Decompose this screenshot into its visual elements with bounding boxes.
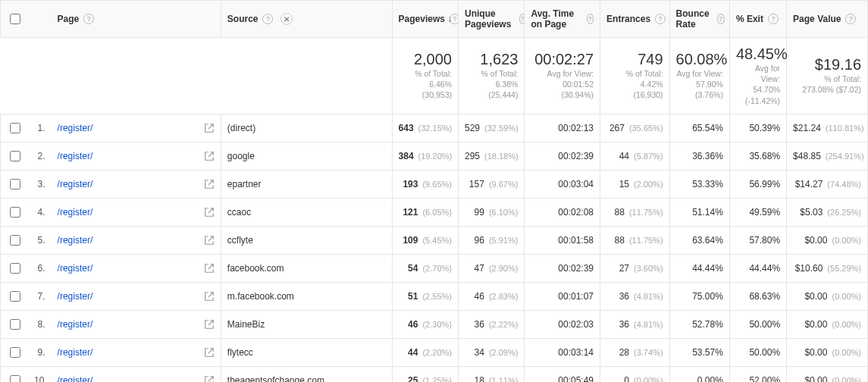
bounce-cell: 52.78% (669, 310, 729, 338)
value-cell: $48.85(254.91%) (787, 142, 868, 170)
table-row: 1./register/(direct)643(32.15%)529(32.59… (1, 114, 868, 142)
table-row: 2./register/google384(19.20%)295(18.18%)… (1, 142, 868, 170)
pageviews-cell: 54(2.70%) (392, 254, 458, 282)
avgtime-cell: 00:02:08 (525, 198, 600, 226)
source-cell: google (221, 142, 392, 170)
summary-avgtime: 00:02:27 Avg for View: 00:01:52 (30.94%) (525, 38, 600, 114)
page-cell: /register/ (52, 338, 221, 366)
row-checkbox[interactable] (10, 207, 20, 218)
page-link[interactable]: /register/ (58, 151, 93, 161)
open-external-icon[interactable] (204, 123, 215, 133)
page-cell: /register/ (52, 282, 221, 310)
page-cell: /register/ (52, 310, 221, 338)
select-all-header[interactable] (1, 1, 29, 38)
unique-cell: 295(18.18%) (458, 142, 524, 170)
report-table: Page ? Source ? ✕ Pageviews ? ↓ Unique P… (0, 0, 868, 382)
source-header[interactable]: Source ? ✕ (221, 1, 392, 38)
pageviews-cell: 44(2.20%) (392, 338, 458, 366)
help-icon[interactable]: ? (83, 14, 94, 24)
open-external-icon[interactable] (204, 375, 215, 382)
row-checkbox[interactable] (10, 263, 20, 274)
page-link[interactable]: /register/ (58, 263, 93, 274)
report-table-container: Page ? Source ? ✕ Pageviews ? ↓ Unique P… (0, 0, 868, 382)
row-index: 6. (28, 254, 52, 282)
open-external-icon[interactable] (204, 347, 215, 358)
page-cell: /register/ (52, 254, 221, 282)
pageviews-header[interactable]: Pageviews ? ↓ (392, 1, 458, 38)
row-checkbox[interactable] (10, 123, 20, 133)
page-link[interactable]: /register/ (58, 235, 93, 246)
page-link[interactable]: /register/ (58, 179, 93, 189)
row-checkbox[interactable] (10, 375, 20, 382)
remove-dimension-icon[interactable]: ✕ (280, 13, 293, 25)
open-external-icon[interactable] (204, 291, 215, 302)
row-index: 5. (28, 226, 52, 254)
open-external-icon[interactable] (204, 263, 215, 274)
unique-cell: 157(9.67%) (458, 170, 524, 198)
avgtime-cell: 00:02:39 (525, 142, 600, 170)
source-cell: MaineBiz (221, 310, 392, 338)
page-value-header[interactable]: Page Value ? (787, 1, 868, 38)
value-cell: $0.00(0.00%) (787, 282, 868, 310)
index-header (28, 1, 52, 38)
help-icon[interactable]: ? (655, 14, 666, 24)
pageviews-cell: 46(2.30%) (392, 310, 458, 338)
pageviews-cell: 121(6.05%) (392, 198, 458, 226)
pageviews-cell: 51(2.55%) (392, 282, 458, 310)
page-header[interactable]: Page ? (52, 1, 221, 38)
help-icon[interactable]: ? (262, 14, 273, 24)
row-index: 8. (28, 310, 52, 338)
unique-cell: 36(2.22%) (458, 310, 524, 338)
page-link[interactable]: /register/ (58, 319, 93, 330)
open-external-icon[interactable] (204, 151, 215, 161)
select-all-checkbox[interactable] (10, 14, 20, 24)
unique-cell: 18(1.11%) (458, 366, 524, 382)
row-checkbox[interactable] (10, 347, 20, 358)
help-icon[interactable]: ? (768, 14, 779, 24)
value-header-label: Page Value (793, 14, 841, 24)
help-icon[interactable]: ? (717, 14, 725, 24)
row-checkbox[interactable] (10, 291, 20, 302)
bounce-cell: 63.64% (669, 226, 729, 254)
exit-header[interactable]: % Exit ? (729, 1, 786, 38)
exit-cell: 56.99% (729, 170, 786, 198)
open-external-icon[interactable] (204, 235, 215, 246)
open-external-icon[interactable] (204, 319, 215, 330)
row-checkbox[interactable] (10, 151, 20, 161)
open-external-icon[interactable] (204, 179, 215, 189)
page-link[interactable]: /register/ (58, 123, 93, 133)
unique-pageviews-header[interactable]: Unique Pageviews ? (458, 1, 524, 38)
value-cell: $0.00(0.00%) (787, 338, 868, 366)
exit-cell: 49.59% (729, 198, 786, 226)
source-cell: facebook.com (221, 254, 392, 282)
entrances-header[interactable]: Entrances ? (600, 1, 670, 38)
bounce-rate-header[interactable]: Bounce Rate ? (669, 1, 729, 38)
exit-header-label: % Exit (736, 14, 763, 24)
summary-pageviews: 2,000 % of Total: 6.46% (30,953) (392, 38, 458, 114)
unique-cell: 46(2.83%) (458, 282, 524, 310)
row-checkbox[interactable] (10, 319, 20, 330)
bounce-cell: 36.36% (669, 142, 729, 170)
avgtime-header-label: Avg. Time on Page (531, 8, 581, 30)
row-checkbox[interactable] (10, 235, 20, 246)
open-external-icon[interactable] (204, 207, 215, 218)
avgtime-cell: 00:01:58 (525, 226, 600, 254)
page-link[interactable]: /register/ (58, 375, 93, 382)
exit-cell: 50.39% (729, 114, 786, 142)
row-index: 10. (28, 366, 52, 382)
avg-time-header[interactable]: Avg. Time on Page ? (525, 1, 600, 38)
help-icon[interactable]: ? (845, 14, 856, 24)
entrances-cell: 15(2.00%) (600, 170, 670, 198)
page-link[interactable]: /register/ (58, 347, 93, 358)
table-row: 9./register/flytecc44(2.20%)34(2.09%)00:… (1, 338, 868, 366)
table-row: 10./register/theagentsofchange.com25(1.2… (1, 366, 868, 382)
row-checkbox[interactable] (10, 179, 20, 189)
value-cell: $21.24(110.81%) (787, 114, 868, 142)
page-cell: /register/ (52, 142, 221, 170)
sort-descending-icon: ↓ (447, 14, 452, 24)
avgtime-cell: 00:03:14 (525, 338, 600, 366)
source-cell: epartner (221, 170, 392, 198)
help-icon[interactable]: ? (587, 14, 594, 24)
page-link[interactable]: /register/ (58, 291, 93, 302)
page-link[interactable]: /register/ (58, 207, 93, 218)
